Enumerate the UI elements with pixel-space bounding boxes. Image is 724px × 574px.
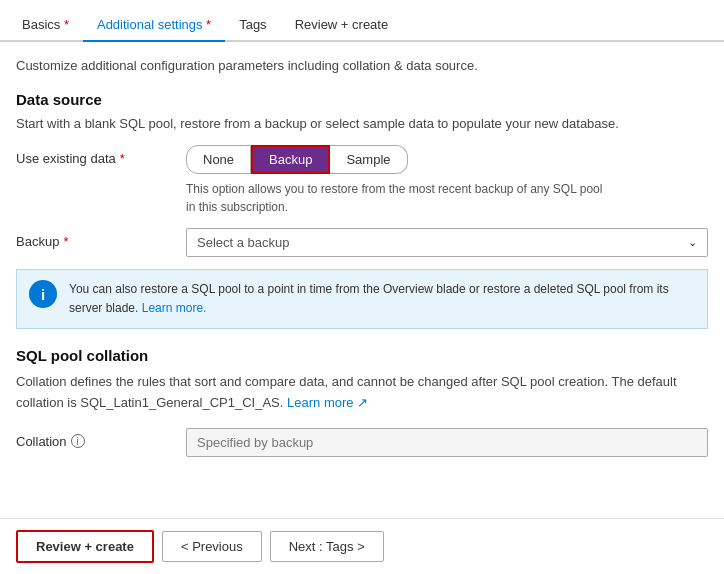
tab-additional-settings[interactable]: Additional settings * <box>83 9 225 42</box>
backup-notice: This option allows you to restore from t… <box>186 180 606 216</box>
data-source-description: Start with a blank SQL pool, restore fro… <box>16 116 708 131</box>
tab-tags[interactable]: Tags <box>225 9 280 40</box>
collation-input[interactable] <box>186 428 708 457</box>
backup-select-placeholder: Select a backup <box>197 235 290 250</box>
collation-learn-more-link[interactable]: Learn more ↗ <box>287 395 368 410</box>
chevron-down-icon: ⌄ <box>688 236 697 249</box>
next-button[interactable]: Next : Tags > <box>270 531 384 562</box>
data-source-title: Data source <box>16 91 708 108</box>
collation-input-content <box>186 428 708 457</box>
info-box-text: You can also restore a SQL pool to a poi… <box>69 280 695 318</box>
info-box: i You can also restore a SQL pool to a p… <box>16 269 708 329</box>
collation-description: Collation defines the rules that sort an… <box>16 372 708 414</box>
use-existing-data-row: Use existing data * None Backup Sample T… <box>16 145 708 216</box>
use-existing-data-label: Use existing data * <box>16 145 186 166</box>
previous-button[interactable]: < Previous <box>162 531 262 562</box>
collation-info-icon[interactable]: i <box>71 434 85 448</box>
use-existing-data-content: None Backup Sample This option allows yo… <box>186 145 708 216</box>
footer: Review + create < Previous Next : Tags > <box>0 518 724 574</box>
option-sample[interactable]: Sample <box>330 145 407 174</box>
option-none[interactable]: None <box>186 145 251 174</box>
learn-more-link[interactable]: Learn more. <box>142 301 207 315</box>
tab-bar: Basics * Additional settings * Tags Revi… <box>0 0 724 42</box>
collation-label: Collation i <box>16 428 186 449</box>
collation-row: Collation i <box>16 428 708 457</box>
tab-review-create[interactable]: Review + create <box>281 9 403 40</box>
use-existing-data-options: None Backup Sample <box>186 145 708 174</box>
option-backup[interactable]: Backup <box>251 145 330 174</box>
backup-row: Backup * Select a backup ⌄ <box>16 228 708 257</box>
backup-dropdown-content: Select a backup ⌄ <box>186 228 708 257</box>
intro-text: Customize additional configuration param… <box>16 58 708 73</box>
backup-label: Backup * <box>16 228 186 249</box>
info-icon: i <box>29 280 57 308</box>
sql-pool-collation-title: SQL pool collation <box>16 347 708 364</box>
review-create-button[interactable]: Review + create <box>16 530 154 563</box>
tab-basics[interactable]: Basics * <box>8 9 83 40</box>
backup-select[interactable]: Select a backup ⌄ <box>186 228 708 257</box>
main-content: Customize additional configuration param… <box>0 42 724 518</box>
